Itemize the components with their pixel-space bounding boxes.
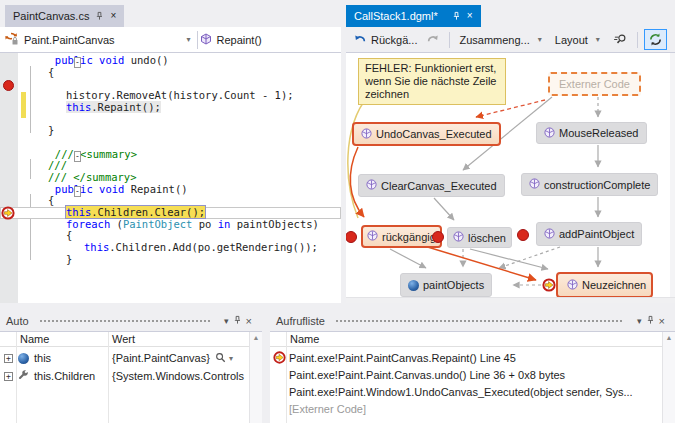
scroll-up-icon[interactable]: ▲ [253, 334, 260, 341]
editor-pane: PaintCanvas.cs × Paint.PaintCanvas ▾ Rep… [0, 0, 341, 303]
field-icon [408, 280, 419, 291]
auto-grid-header[interactable]: Name Wert [0, 332, 249, 347]
window-position-icon[interactable]: ▾ [633, 316, 646, 326]
breakpoint-icon[interactable] [517, 229, 529, 241]
vertical-scrollbar[interactable]: ▲ [249, 332, 262, 423]
node-constructioncomplete[interactable]: constructionComplete [521, 173, 658, 196]
class-icon [4, 32, 19, 48]
auto-panel-titlebar[interactable]: Auto ▾ × [0, 311, 262, 331]
callstack-frame-row[interactable]: [Externer Code] [270, 400, 662, 417]
tab-paintcanvas[interactable]: PaintCanvas.cs × [5, 5, 124, 27]
watch-name: this [34, 352, 51, 364]
node-rueckgaengig[interactable]: rückgängig [361, 225, 442, 248]
column-header-name[interactable]: Name [20, 333, 49, 345]
undo-button[interactable]: Rückgä... [350, 31, 420, 49]
dgml-graph-canvas[interactable]: FEHLER: Funktioniert erst, wenn Sie die … [346, 53, 675, 303]
breakpoint-icon[interactable] [3, 80, 14, 91]
column-header-value[interactable]: Wert [112, 333, 135, 345]
vertical-scrollbar[interactable] [670, 53, 675, 297]
close-icon[interactable]: × [467, 11, 473, 21]
node-label: paintObjects [423, 279, 484, 291]
class-dropdown[interactable]: Paint.PaintCanvas ▾ [0, 27, 195, 52]
method-icon [366, 179, 377, 192]
node-paintobjects[interactable]: paintObjects [400, 273, 492, 297]
fold-collapse-icon[interactable]: - [74, 57, 81, 68]
redo-icon [426, 33, 440, 47]
drag-grip[interactable] [39, 319, 210, 324]
callstack-frame-row[interactable]: Paint.exe!Paint.PaintCanvas.Repaint() Li… [270, 349, 662, 366]
vertical-scrollbar[interactable]: ▲ [662, 332, 675, 423]
window-position-icon[interactable]: ▾ [220, 316, 233, 326]
code-editor[interactable]: -public void undo(){paintObjects = histo… [0, 53, 341, 303]
tab-callstack-dgml[interactable]: CallStack1.dgml* × [346, 5, 481, 27]
fold-collapse-icon[interactable]: - [74, 151, 81, 162]
callstack-frame-row[interactable]: Paint.exe!Paint.Paint.Canvas.undo() Line… [270, 366, 662, 383]
node-loeschen[interactable]: löschen [447, 227, 512, 248]
object-icon [18, 353, 29, 364]
toolbar-separator [449, 32, 450, 48]
method-dropdown[interactable]: Repaint() [200, 27, 262, 52]
sync-graph-button[interactable] [644, 29, 667, 50]
node-undocanvas-executed[interactable]: UndoCanvas_Executed [352, 122, 501, 146]
method-icon [567, 279, 578, 292]
graph-comment-node[interactable]: FEHLER: Funktioniert erst, wenn Sie die … [358, 58, 506, 105]
comment-link-edge [348, 96, 368, 218]
reference-highlight: this.Repaint(); [66, 101, 161, 113]
zoom-to-fit-button[interactable] [610, 30, 631, 49]
node-addpaintobject[interactable]: addPaintObject [536, 222, 642, 246]
watch-row-this-children[interactable]: + this.Children {System.Windows.Controls [0, 367, 249, 385]
edge-loeschen-neuzeichnen [470, 249, 548, 269]
watch-value[interactable]: {Paint.PaintCanvas} [112, 352, 210, 364]
redo-button[interactable] [423, 31, 443, 49]
chevron-down-icon: ▾ [534, 35, 546, 44]
method-icon [453, 231, 464, 244]
merge-label: Zusammeng... [459, 34, 529, 46]
drag-grip[interactable] [335, 319, 623, 324]
close-icon[interactable]: × [110, 11, 116, 21]
close-icon[interactable]: × [655, 315, 669, 327]
chevron-down-icon[interactable]: ▾ [229, 354, 233, 363]
node-externer-code[interactable]: Externer Code [548, 72, 641, 96]
close-icon[interactable]: × [242, 315, 256, 327]
callstack-grid-header[interactable]: Name [270, 332, 662, 347]
method-icon [544, 228, 555, 241]
frame-text: Paint.exe!Paint.Window1.UndoCanvas_Execu… [289, 386, 633, 398]
pin-icon[interactable] [452, 11, 461, 21]
callstack-panel-titlebar[interactable]: Aufrufliste ▾ × [270, 311, 675, 331]
method-icon [367, 230, 378, 243]
callstack-panel-body: Name Paint.exe!Paint.PaintCanvas.Repaint… [270, 331, 675, 423]
node-clearcanvas-executed[interactable]: ClearCanvas_Executed [358, 174, 505, 197]
fold-collapse-icon[interactable]: - [74, 186, 81, 197]
pin-icon[interactable] [646, 315, 655, 327]
code-line: this.Children.Clear(); [0, 207, 341, 219]
visual-studio-window: PaintCanvas.cs × Paint.PaintCanvas ▾ Rep… [0, 0, 675, 423]
layout-dropdown-button[interactable]: Layout ▾ [552, 32, 607, 48]
expand-icon[interactable]: + [4, 372, 13, 381]
pin-icon[interactable] [233, 315, 242, 327]
code-line [0, 137, 341, 149]
column-header-name[interactable]: Name [290, 333, 319, 345]
expand-icon[interactable]: + [4, 354, 13, 363]
frame-text: Paint.exe!Paint.Paint.Canvas.undo() Line… [289, 369, 565, 381]
property-wrench-icon [18, 370, 29, 383]
tab-paintcanvas-label: PaintCanvas.cs [13, 10, 89, 22]
scroll-up-icon[interactable]: ▲ [666, 334, 673, 341]
frame-text: [Externer Code] [289, 403, 366, 415]
watch-row-this[interactable]: + this {Paint.PaintCanvas} ▾ [0, 349, 249, 367]
horizontal-splitter[interactable] [0, 303, 675, 311]
current-statement-highlight: this.Children.Clear(); [66, 206, 205, 218]
breakpoint-icon[interactable] [432, 231, 444, 243]
code-line: this.Repaint(); [0, 102, 341, 114]
merge-dropdown-button[interactable]: Zusammeng... ▾ [456, 32, 548, 48]
node-mousereleased[interactable]: MouseReleased [536, 122, 647, 144]
watch-value[interactable]: {System.Windows.Controls [112, 370, 244, 382]
code-line: foreach (PaintObject po in paintObjects) [0, 219, 341, 231]
navbar-separator [197, 31, 198, 49]
callstack-frame-row[interactable]: Paint.exe!Paint.Window1.UndoCanvas_Execu… [270, 383, 662, 400]
node-neuzeichnen[interactable]: Neuzeichnen [556, 272, 653, 298]
editor-tabstrip: PaintCanvas.cs × [0, 0, 341, 27]
node-label: constructionComplete [544, 179, 650, 191]
pin-icon[interactable] [95, 11, 104, 21]
graph-tabstrip: CallStack1.dgml* × [346, 0, 675, 27]
magnifier-icon[interactable] [215, 352, 226, 365]
